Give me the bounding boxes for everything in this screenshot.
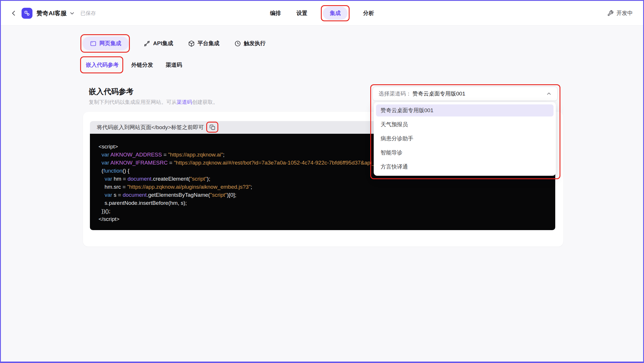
- clock-icon: [234, 40, 241, 47]
- code-line: </script>: [99, 215, 555, 223]
- code-block-instruction: 将代码嵌入到网站页面</body>标签之前即可: [97, 124, 204, 131]
- chevron-left-icon: [11, 10, 17, 16]
- nav-item-analytics[interactable]: 分析: [363, 9, 374, 17]
- dev-mode-badge[interactable]: 开发中: [607, 9, 643, 17]
- nav-item-orchestrate[interactable]: 编排: [270, 9, 281, 17]
- code-line: var s = document.getElementsByTagName("s…: [99, 191, 555, 199]
- web-integration-subtabs: 嵌入代码参考 外链分发 渠道码: [86, 61, 182, 69]
- chevron-down-icon: [70, 11, 75, 16]
- tab-api-integration[interactable]: API集成: [144, 40, 173, 47]
- channel-code-link[interactable]: 渠道码: [177, 99, 192, 105]
- section-title: 嵌入代码参考: [89, 87, 134, 97]
- subtab-embed-code-label: 嵌入代码参考: [86, 62, 119, 68]
- workflow-icon: [24, 10, 30, 16]
- browser-window-icon: [90, 40, 97, 47]
- tab-web-integration-label: 网页集成: [99, 40, 121, 47]
- cube-icon: [188, 40, 195, 47]
- nav-item-integrations[interactable]: 集成: [323, 7, 348, 20]
- section-description: 复制下列代码以集成应用至网站。可从渠道码创建获取。: [89, 99, 218, 106]
- tab-platform-integration[interactable]: 平台集成: [188, 40, 219, 47]
- tab-trigger-execution-label: 触发执行: [244, 40, 266, 47]
- tab-web-integration[interactable]: 网页集成: [82, 37, 129, 50]
- back-button[interactable]: [11, 10, 17, 16]
- chevron-up-icon: [546, 91, 552, 96]
- copy-code-button[interactable]: [209, 124, 216, 131]
- channel-option[interactable]: 病患分诊助手: [376, 133, 554, 145]
- app-switcher-button[interactable]: [70, 11, 75, 16]
- description-text: 复制下列代码以集成应用至网站。可从: [89, 99, 177, 105]
- tab-trigger-execution[interactable]: 触发执行: [234, 40, 266, 47]
- channel-option[interactable]: 赞奇云桌面专用版001: [376, 104, 554, 116]
- channel-option[interactable]: 天气预报员: [376, 119, 554, 131]
- code-line: var hm = document.createElement("script"…: [99, 175, 555, 183]
- nav-item-settings[interactable]: 设置: [296, 9, 307, 17]
- tab-platform-integration-label: 平台集成: [198, 40, 219, 47]
- top-bar: 赞奇AI客服 已保存 编排 设置 集成 分析 开发中: [1, 1, 643, 26]
- channel-option[interactable]: 方言快译通: [376, 161, 554, 173]
- channel-option[interactable]: 智能导诊: [376, 147, 554, 159]
- subtab-embed-code[interactable]: 嵌入代码参考: [86, 61, 119, 69]
- app-logo: [22, 8, 32, 19]
- api-connector-icon: [144, 40, 150, 47]
- subtab-channel-code[interactable]: 渠道码: [166, 61, 182, 69]
- channel-options-list: 赞奇云桌面专用版001天气预报员病患分诊助手智能导诊方言快译通: [374, 102, 556, 176]
- code-line: })();: [99, 207, 555, 215]
- wrench-icon: [607, 10, 614, 16]
- description-text-suffix: 创建获取。: [192, 99, 218, 105]
- channel-select[interactable]: 选择渠道码： 赞奇云桌面专用版001: [373, 87, 558, 101]
- code-line: hm.src = "https://app.zqknow.ai/plugins/…: [99, 183, 555, 191]
- dev-mode-label: 开发中: [616, 9, 633, 17]
- channel-select-label: 选择渠道码：: [379, 90, 411, 98]
- app-window: 赞奇AI客服 已保存 编排 设置 集成 分析 开发中 网页集成: [0, 0, 644, 363]
- channel-select-value: 赞奇云桌面专用版001: [412, 90, 465, 98]
- save-status: 已保存: [80, 10, 96, 17]
- code-line: s.parentNode.insertBefore(hm, s);: [99, 199, 555, 207]
- tab-api-integration-label: API集成: [153, 40, 173, 47]
- copy-icon: [209, 124, 216, 131]
- subtab-external-link[interactable]: 外链分发: [131, 61, 153, 69]
- integration-tabs: 网页集成 API集成 平台集成 触发执行: [82, 37, 266, 50]
- app-title: 赞奇AI客服: [36, 9, 67, 17]
- top-nav: 编排 设置 集成 分析: [270, 1, 374, 26]
